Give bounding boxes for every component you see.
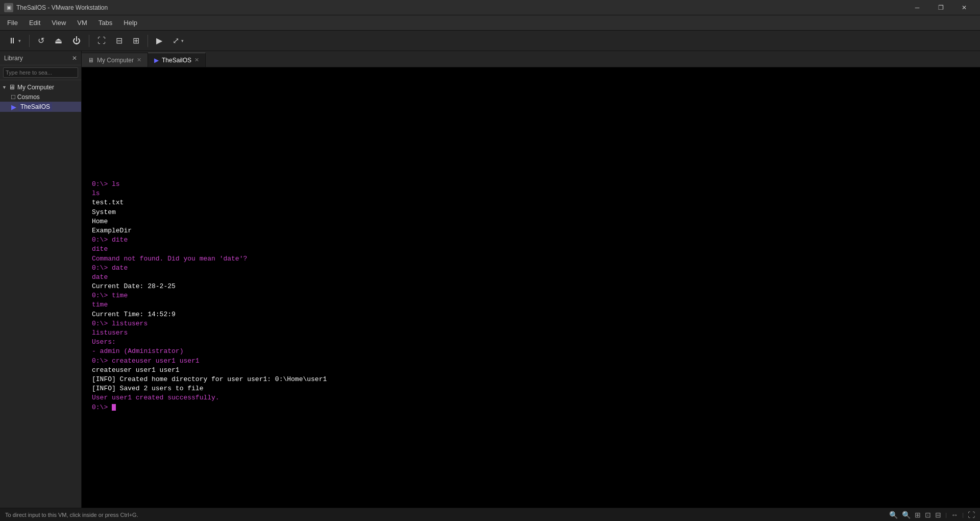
tab-close-my-computer[interactable]: ✕: [137, 57, 141, 63]
separator-status-1: |: [945, 512, 947, 518]
term-line-15: Current Time: 14:52:9: [92, 310, 970, 319]
tree-label-my-computer: My Computer: [17, 84, 54, 91]
unity-button[interactable]: ⊟: [112, 33, 127, 49]
tree-label-thesailos: TheSailOS: [18, 103, 52, 111]
tab-my-computer[interactable]: 🖥 My Computer ✕: [82, 53, 148, 67]
resize-icon: ⤢: [173, 36, 179, 45]
resize-button[interactable]: ⤢ ▾: [168, 33, 188, 49]
titlebar: ▣ TheSailOS - VMware Workstation ─ ❐ ✕: [0, 0, 980, 15]
menubar: File Edit View VM Tabs Help: [0, 15, 980, 31]
separator-2: [89, 35, 89, 47]
menu-tabs[interactable]: Tabs: [93, 17, 117, 29]
tab-thesailos[interactable]: ▶ TheSailOS ✕: [148, 53, 206, 67]
shrink-icon[interactable]: ⊟: [935, 511, 941, 519]
menu-vm[interactable]: VM: [72, 17, 92, 29]
statusbar-right: 🔍 🔍 ⊞ ⊡ ⊟ | ↔ | ⛶: [889, 511, 975, 519]
terminal-icon: ▶: [156, 36, 162, 45]
sidebar-tree: ▼ 🖥 My Computer □ Cosmos ▶ TheSailOS: [0, 80, 81, 508]
suspend-button[interactable]: ⏏: [51, 33, 66, 49]
pause-icon: ⏸: [8, 36, 16, 45]
term-line-4: System: [92, 208, 970, 217]
term-line-20: 0:\> createuser user1 user1: [92, 357, 970, 366]
titlebar-controls: ─ ❐ ✕: [905, 0, 976, 15]
term-line-1: 0:\> ls: [92, 180, 970, 189]
menu-file[interactable]: File: [2, 17, 23, 29]
term-line-16: 0:\> listusers: [92, 319, 970, 328]
vm-icon-cosmos: □: [11, 93, 15, 101]
term-line-14: time: [92, 300, 970, 310]
fit-screen-icon[interactable]: ⊡: [925, 511, 931, 519]
restore-button[interactable]: ❐: [929, 0, 952, 15]
sidebar-title: Library: [4, 55, 23, 62]
minimize-button[interactable]: ─: [905, 0, 929, 15]
term-line-9: Command not found. Did you mean 'date'?: [92, 254, 970, 264]
term-line-7: 0:\> dite: [92, 235, 970, 245]
tab-label-my-computer: My Computer: [97, 57, 134, 64]
sidebar-search-container: [0, 65, 81, 80]
resize-dropdown-arrow: ▾: [181, 38, 184, 43]
tree-label-cosmos: Cosmos: [17, 93, 40, 101]
term-line-24: User user1 created successfully.: [92, 393, 970, 402]
menu-help[interactable]: Help: [118, 17, 142, 29]
stretch-status-icon[interactable]: ↔: [951, 511, 958, 519]
tree-item-my-computer[interactable]: ▼ 🖥 My Computer: [0, 82, 81, 92]
revert-icon: ↺: [38, 36, 44, 45]
pause-button[interactable]: ⏸ ▾: [4, 33, 25, 49]
zoom2-icon[interactable]: 🔍: [902, 511, 911, 519]
term-line-10: 0:\> date: [92, 264, 970, 273]
term-line-3: test.txt: [92, 198, 970, 207]
content-area: 🖥 My Computer ✕ ▶ TheSailOS ✕ 0:\> ls ls…: [82, 51, 980, 508]
unity-icon: ⊟: [116, 36, 122, 45]
tab-label-thesailos: TheSailOS: [162, 57, 191, 64]
close-button[interactable]: ✕: [952, 0, 976, 15]
separator-3: [148, 35, 148, 47]
term-line-6: ExampleDir: [92, 226, 970, 235]
stretch-icon: ⊞: [133, 36, 139, 45]
statusbar-message: To direct input to this VM, click inside…: [5, 512, 138, 518]
main-layout: Library ✕ ▼ 🖥 My Computer □ Cosmos ▶ The…: [0, 51, 980, 508]
terminal-output: 0:\> ls ls test.txt System Home ExampleD…: [82, 170, 980, 422]
tree-item-thesailos[interactable]: ▶ TheSailOS: [0, 102, 81, 112]
fit-icon: ⛶: [97, 36, 106, 45]
windowed-icon[interactable]: ⊞: [915, 511, 921, 519]
toolbar: ⏸ ▾ ↺ ⏏ ⏻ ⛶ ⊟ ⊞ ▶ ⤢ ▾: [0, 31, 980, 51]
fullscreen-status-icon[interactable]: ⛶: [968, 511, 975, 519]
term-line-5: Home: [92, 217, 970, 226]
app-icon: ▣: [4, 3, 13, 12]
tree-item-cosmos[interactable]: □ Cosmos: [0, 92, 81, 102]
statusbar: To direct input to this VM, click inside…: [0, 508, 980, 521]
computer-icon: 🖥: [9, 83, 15, 91]
pause-dropdown-arrow: ▾: [18, 38, 21, 43]
term-line-12: Current Date: 28-2-25: [92, 282, 970, 291]
term-line-11: date: [92, 273, 970, 282]
power-button[interactable]: ⏻: [68, 33, 85, 49]
sidebar: Library ✕ ▼ 🖥 My Computer □ Cosmos ▶ The…: [0, 51, 82, 508]
tabs-bar: 🖥 My Computer ✕ ▶ TheSailOS ✕: [82, 51, 980, 67]
sidebar-close-button[interactable]: ✕: [72, 55, 77, 62]
power-icon: ⏻: [72, 36, 81, 45]
term-line-2: ls: [92, 189, 970, 198]
term-line-23: [INFO] Saved 2 users to file: [92, 384, 970, 393]
zoom-icon[interactable]: 🔍: [889, 511, 898, 519]
menu-view[interactable]: View: [46, 17, 71, 29]
term-line-13: 0:\> time: [92, 291, 970, 300]
term-line-19: - admin (Administrator): [92, 347, 970, 356]
menu-edit[interactable]: Edit: [24, 17, 45, 29]
separator-status-2: |: [962, 512, 964, 518]
fit-button[interactable]: ⛶: [93, 33, 110, 49]
terminal-button[interactable]: ▶: [152, 33, 166, 49]
revert-button[interactable]: ↺: [34, 33, 48, 49]
tab-close-thesailos[interactable]: ✕: [194, 57, 199, 63]
tab-icon-my-computer: 🖥: [88, 57, 94, 64]
vm-icon-thesailos: ▶: [11, 103, 16, 111]
suspend-icon: ⏏: [55, 36, 62, 45]
separator-1: [29, 35, 30, 47]
vm-display[interactable]: 0:\> ls ls test.txt System Home ExampleD…: [82, 67, 980, 508]
app-title: TheSailOS - VMware Workstation: [16, 4, 905, 11]
term-line-8: dite: [92, 245, 970, 254]
stretch-button[interactable]: ⊞: [129, 33, 143, 49]
term-line-21: createuser user1 user1: [92, 366, 970, 375]
term-line-22: [INFO] Created home directory for user u…: [92, 375, 970, 384]
search-input[interactable]: [3, 67, 78, 78]
term-line-25: 0:\>: [92, 403, 970, 412]
